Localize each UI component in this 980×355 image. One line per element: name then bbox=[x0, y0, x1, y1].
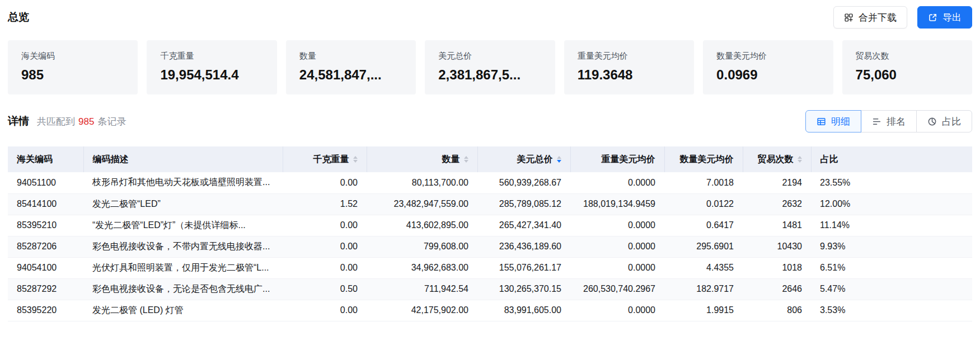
sort-icon bbox=[353, 156, 358, 163]
card-label: 数量 bbox=[299, 51, 402, 61]
card-label: 数量美元均价 bbox=[716, 51, 819, 61]
match-text: 共匹配到985条记录 bbox=[37, 115, 126, 128]
cell-qty-usd-avg: 0.0122 bbox=[664, 193, 743, 215]
cell-hs-code: 85395210 bbox=[8, 215, 83, 236]
table-row: 85395220发光二极管 (LED) 灯管0.0042,175,902.008… bbox=[8, 300, 972, 321]
column-label: 千克重量 bbox=[313, 154, 349, 165]
export-button[interactable]: 导出 bbox=[917, 6, 972, 29]
tab-ranking[interactable]: 排名 bbox=[861, 110, 917, 132]
cell-quantity: 80,113,700.00 bbox=[367, 172, 477, 193]
summary-card-usd-total: 美元总价 2,381,867,5... bbox=[425, 40, 555, 94]
sort-up-icon bbox=[353, 156, 358, 159]
data-table: 海关编码 编码描述 千克重量 数量 bbox=[8, 146, 972, 321]
tab-proportion[interactable]: 占比 bbox=[916, 110, 972, 132]
cell-kg-weight: 0.00 bbox=[283, 257, 367, 278]
column-label: 数量 bbox=[442, 154, 460, 165]
summary-card-quantity: 数量 24,581,847,... bbox=[286, 40, 416, 94]
export-icon bbox=[928, 13, 937, 22]
col-weight-usd-avg: 重量美元均价 bbox=[570, 146, 664, 172]
cell-share: 9.93% bbox=[811, 236, 972, 257]
col-usd-total[interactable]: 美元总价 bbox=[477, 146, 570, 172]
card-label: 海关编码 bbox=[21, 51, 124, 61]
sort-down-icon bbox=[557, 160, 561, 163]
cell-share: 3.53% bbox=[811, 300, 972, 321]
pie-icon bbox=[927, 117, 937, 126]
cell-usd-total: 285,789,085.12 bbox=[477, 193, 570, 215]
cell-hs-code: 85414100 bbox=[8, 193, 83, 215]
sort-up-icon bbox=[464, 156, 468, 159]
tab-detail[interactable]: 明细 bbox=[805, 110, 861, 132]
cell-trade-count: 1018 bbox=[743, 257, 811, 278]
details-bar: 详情 共匹配到985条记录 明细 bbox=[8, 110, 972, 133]
table-row: 85287292彩色电视接收设备，无论是否包含无线电广...0.50711,94… bbox=[8, 278, 972, 300]
col-quantity[interactable]: 数量 bbox=[367, 146, 477, 172]
sort-down-icon bbox=[798, 160, 802, 163]
cell-kg-weight: 0.00 bbox=[283, 172, 367, 193]
cell-description: 发光二极管“LED” bbox=[83, 193, 283, 215]
cell-kg-weight: 0.50 bbox=[283, 278, 367, 300]
cell-weight-usd-avg: 0.0000 bbox=[570, 257, 664, 278]
cell-kg-weight: 1.52 bbox=[283, 193, 367, 215]
cell-qty-usd-avg: 1.9915 bbox=[664, 300, 743, 321]
cell-weight-usd-avg: 0.0000 bbox=[570, 300, 664, 321]
sort-up-icon bbox=[798, 156, 802, 159]
summary-card-hs-code: 海关编码 985 bbox=[8, 40, 138, 94]
cell-quantity: 42,175,902.00 bbox=[367, 300, 477, 321]
summary-card-qty-usd-avg: 数量美元均价 0.0969 bbox=[703, 40, 833, 94]
col-trade-count[interactable]: 贸易次数 bbox=[743, 146, 811, 172]
cell-kg-weight: 0.00 bbox=[283, 215, 367, 236]
cell-trade-count: 2646 bbox=[743, 278, 811, 300]
cell-share: 12.00% bbox=[811, 193, 972, 215]
cell-hs-code: 94051100 bbox=[8, 172, 83, 193]
cell-share: 23.55% bbox=[811, 172, 972, 193]
card-value: 24,581,847,... bbox=[299, 67, 402, 83]
cell-usd-total: 130,265,370.15 bbox=[477, 278, 570, 300]
cell-description: 枝形吊灯和其他电动天花板或墙壁照明装置... bbox=[83, 172, 283, 193]
col-qty-usd-avg: 数量美元均价 bbox=[664, 146, 743, 172]
view-tabs: 明细 排名 占比 bbox=[805, 110, 972, 132]
cell-weight-usd-avg: 0.0000 bbox=[570, 236, 664, 257]
cell-description: 彩色电视接收设备，无论是否包含无线电广... bbox=[83, 278, 283, 300]
column-label: 编码描述 bbox=[93, 154, 129, 165]
col-kg-weight[interactable]: 千克重量 bbox=[283, 146, 367, 172]
table-row: 85287206彩色电视接收设备，不带内置无线电接收器...0.00799,60… bbox=[8, 236, 972, 257]
summary-card-weight-usd-avg: 重量美元均价 119.3648 bbox=[564, 40, 694, 94]
col-hs-code: 海关编码 bbox=[8, 146, 83, 172]
cell-weight-usd-avg: 188,019,134.9459 bbox=[570, 193, 664, 215]
cell-trade-count: 2632 bbox=[743, 193, 811, 215]
sort-icon bbox=[798, 156, 802, 163]
cell-share: 11.14% bbox=[811, 215, 972, 236]
topbar-actions: 合并下载 导出 bbox=[833, 6, 972, 29]
sort-icon bbox=[464, 156, 468, 163]
cell-trade-count: 806 bbox=[743, 300, 811, 321]
card-value: 75,060 bbox=[856, 67, 959, 83]
tab-label: 占比 bbox=[942, 115, 961, 128]
cell-quantity: 711,942.54 bbox=[367, 278, 477, 300]
table-body: 94051100枝形吊灯和其他电动天花板或墙壁照明装置...0.0080,113… bbox=[8, 172, 972, 321]
column-label: 数量美元均价 bbox=[680, 154, 734, 165]
cell-hs-code: 94054100 bbox=[8, 257, 83, 278]
cell-usd-total: 83,991,605.00 bbox=[477, 300, 570, 321]
topbar: 总览 合并下载 bbox=[8, 0, 972, 34]
column-label: 占比 bbox=[820, 154, 838, 165]
cell-weight-usd-avg: 260,530,740.2967 bbox=[570, 278, 664, 300]
details-title: 详情 bbox=[8, 114, 29, 129]
cell-weight-usd-avg: 0.0000 bbox=[570, 215, 664, 236]
card-value: 2,381,867,5... bbox=[438, 67, 541, 83]
cell-description: 彩色电视接收设备，不带内置无线电接收器... bbox=[83, 236, 283, 257]
table-row: 94051100枝形吊灯和其他电动天花板或墙壁照明装置...0.0080,113… bbox=[8, 172, 972, 193]
details-left: 详情 共匹配到985条记录 bbox=[8, 114, 126, 129]
cell-description: 发光二极管 (LED) 灯管 bbox=[83, 300, 283, 321]
data-table-wrap: 海关编码 编码描述 千克重量 数量 bbox=[8, 146, 972, 321]
card-label: 美元总价 bbox=[438, 51, 541, 61]
card-label: 贸易次数 bbox=[856, 51, 959, 61]
cell-description: “发光二极管“LED”灯”（未提供详细标... bbox=[83, 215, 283, 236]
card-value: 119.3648 bbox=[578, 67, 681, 83]
cell-hs-code: 85287292 bbox=[8, 278, 83, 300]
merge-download-label: 合并下载 bbox=[859, 11, 897, 24]
cell-qty-usd-avg: 7.0018 bbox=[664, 172, 743, 193]
cell-hs-code: 85287206 bbox=[8, 236, 83, 257]
sort-icon bbox=[557, 156, 561, 163]
merge-download-button[interactable]: 合并下载 bbox=[833, 6, 907, 29]
cell-kg-weight: 0.00 bbox=[283, 236, 367, 257]
